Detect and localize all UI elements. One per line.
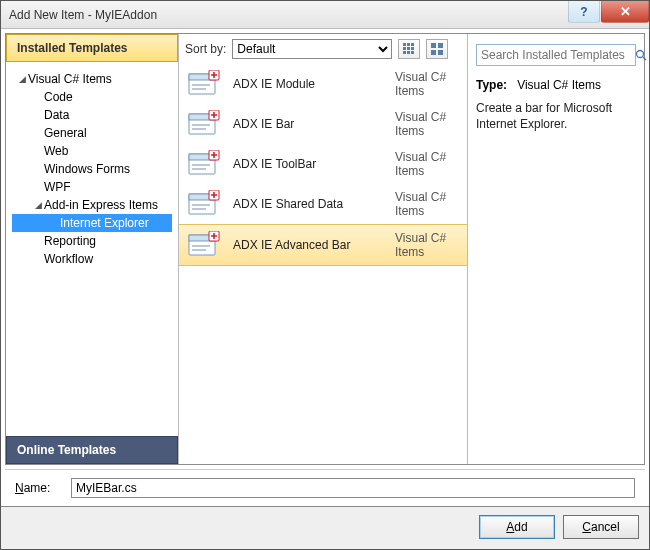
svg-rect-5: [411, 47, 414, 50]
sort-select[interactable]: Default: [232, 39, 392, 59]
tree-node-internet-explorer[interactable]: Internet Explorer: [12, 214, 172, 232]
name-bar: Name:: [5, 469, 645, 506]
svg-rect-11: [431, 50, 436, 55]
svg-rect-15: [192, 84, 210, 86]
template-item-name: ADX IE Advanced Bar: [233, 238, 383, 252]
svg-rect-35: [192, 245, 210, 247]
svg-rect-26: [192, 168, 206, 170]
template-item-name: ADX IE ToolBar: [233, 157, 383, 171]
tree-arrow-icon: ◢: [16, 74, 28, 84]
template-file-icon: [187, 190, 221, 218]
svg-rect-20: [192, 124, 210, 126]
dialog-window: Add New Item - MyIEAddon ? ✕ Installed T…: [0, 0, 650, 550]
details-type-label: Type:: [476, 78, 507, 92]
window-title: Add New Item - MyIEAddon: [9, 8, 567, 22]
template-item-category: Visual C# Items: [395, 231, 459, 259]
tree-node-windows-forms[interactable]: Windows Forms: [12, 160, 172, 178]
svg-rect-12: [438, 50, 443, 55]
help-icon: ?: [580, 5, 587, 19]
template-item-category: Visual C# Items: [395, 150, 459, 178]
tree-node-general[interactable]: General: [12, 124, 172, 142]
svg-rect-31: [192, 208, 206, 210]
svg-rect-16: [192, 88, 206, 90]
svg-rect-30: [192, 204, 210, 206]
svg-rect-1: [407, 43, 410, 46]
template-item[interactable]: ADX IE ModuleVisual C# Items: [179, 64, 467, 104]
thumbnails-medium-icon: [430, 42, 444, 56]
template-item-category: Visual C# Items: [395, 70, 459, 98]
svg-rect-9: [431, 43, 436, 48]
tree-node-label: WPF: [44, 180, 71, 194]
template-item[interactable]: ADX IE Shared DataVisual C# Items: [179, 184, 467, 224]
template-item[interactable]: ADX IE BarVisual C# Items: [179, 104, 467, 144]
tree-node-label: Workflow: [44, 252, 93, 266]
toolbar: Sort by: Default: [179, 34, 467, 64]
name-label: Name:: [15, 481, 61, 495]
titlebar[interactable]: Add New Item - MyIEAddon ? ✕: [1, 1, 649, 29]
template-file-icon: [187, 150, 221, 178]
titlebar-buttons: ? ✕: [567, 1, 649, 28]
template-item-name: ADX IE Bar: [233, 117, 383, 131]
template-file-icon: [187, 231, 221, 259]
template-file-icon: [187, 110, 221, 138]
template-item-name: ADX IE Shared Data: [233, 197, 383, 211]
details-description: Create a bar for Microsoft Internet Expl…: [476, 100, 636, 132]
details-panel: Type: Visual C# Items Create a bar for M…: [468, 34, 644, 464]
svg-rect-8: [411, 51, 414, 54]
tree-node-reporting[interactable]: Reporting: [12, 232, 172, 250]
view-small-icons-button[interactable]: [398, 39, 420, 59]
template-file-icon: [187, 70, 221, 98]
svg-rect-10: [438, 43, 443, 48]
center-panel: Sort by: Default ADX IE ModuleVisual C# …: [178, 34, 468, 464]
close-button[interactable]: ✕: [601, 1, 649, 23]
tree-node-label: Code: [44, 90, 73, 104]
dialog-body: Installed Templates ◢Visual C# ItemsCode…: [5, 33, 645, 465]
tree-node-data[interactable]: Data: [12, 106, 172, 124]
tree-node-code[interactable]: Code: [12, 88, 172, 106]
search-box[interactable]: [476, 44, 636, 66]
thumbnails-small-icon: [402, 42, 416, 56]
tree-node-workflow[interactable]: Workflow: [12, 250, 172, 268]
template-tree: ◢Visual C# ItemsCodeDataGeneralWebWindow…: [6, 62, 178, 436]
tree-node-label: Web: [44, 144, 68, 158]
tree-node-label: Internet Explorer: [60, 216, 149, 230]
tree-node-wpf[interactable]: WPF: [12, 178, 172, 196]
template-item-category: Visual C# Items: [395, 110, 459, 138]
template-item-name: ADX IE Module: [233, 77, 383, 91]
svg-rect-4: [407, 47, 410, 50]
svg-rect-36: [192, 249, 206, 251]
template-list: ADX IE ModuleVisual C# ItemsADX IE BarVi…: [179, 64, 467, 464]
sidebar: Installed Templates ◢Visual C# ItemsCode…: [6, 34, 178, 464]
tree-node-label: General: [44, 126, 87, 140]
view-details-button[interactable]: [426, 39, 448, 59]
tree-arrow-icon: ◢: [32, 200, 44, 210]
svg-rect-0: [403, 43, 406, 46]
name-input[interactable]: [71, 478, 635, 498]
svg-rect-6: [403, 51, 406, 54]
help-button[interactable]: ?: [568, 1, 600, 23]
search-input[interactable]: [477, 46, 635, 64]
svg-rect-21: [192, 128, 206, 130]
svg-rect-7: [407, 51, 410, 54]
template-item-category: Visual C# Items: [395, 190, 459, 218]
tree-node-visual-c-items[interactable]: ◢Visual C# Items: [12, 70, 172, 88]
tree-node-web[interactable]: Web: [12, 142, 172, 160]
button-bar: Add Cancel: [1, 506, 649, 549]
tree-node-label: Reporting: [44, 234, 96, 248]
svg-rect-2: [411, 43, 414, 46]
tree-node-add-in-express-items[interactable]: ◢Add-in Express Items: [12, 196, 172, 214]
svg-rect-25: [192, 164, 210, 166]
installed-templates-header[interactable]: Installed Templates: [6, 34, 178, 62]
close-icon: ✕: [620, 4, 631, 19]
details-type-row: Type: Visual C# Items: [476, 78, 636, 92]
template-item[interactable]: ADX IE ToolBarVisual C# Items: [179, 144, 467, 184]
svg-point-38: [637, 51, 644, 58]
add-button[interactable]: Add: [479, 515, 555, 539]
tree-node-label: Visual C# Items: [28, 72, 112, 86]
online-templates-header[interactable]: Online Templates: [6, 436, 178, 464]
search-icon[interactable]: [635, 49, 647, 61]
tree-node-label: Windows Forms: [44, 162, 130, 176]
template-item[interactable]: ADX IE Advanced BarVisual C# Items: [179, 224, 467, 266]
details-type-value: Visual C# Items: [517, 78, 601, 92]
cancel-button[interactable]: Cancel: [563, 515, 639, 539]
